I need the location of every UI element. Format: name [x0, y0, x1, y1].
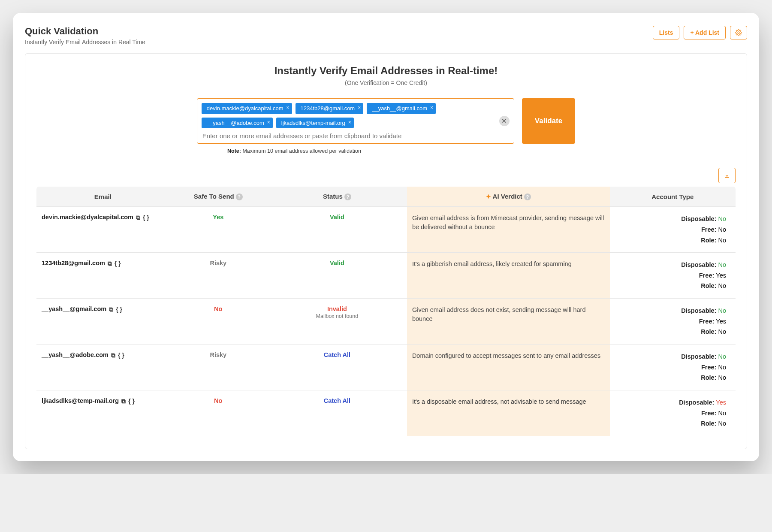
- cell-email: devin.mackie@dyalcapital.com⧉{ }: [36, 207, 169, 253]
- cell-status: Catch All: [267, 390, 407, 435]
- json-icon[interactable]: { }: [116, 306, 122, 313]
- cell-safe-to-send: Yes: [169, 207, 267, 253]
- clear-input-button[interactable]: ✕: [499, 116, 510, 126]
- download-icon: [724, 172, 730, 179]
- cell-account-type: Disposable: NoFree: NoRole: No: [610, 207, 736, 253]
- cell-safe-to-send: No: [169, 299, 267, 345]
- validate-button[interactable]: Validate: [522, 98, 575, 144]
- input-note: Note: Maximum 10 email address allowed p…: [227, 148, 545, 154]
- email-chip[interactable]: __yash__@adobe.com: [202, 118, 273, 129]
- add-list-button[interactable]: + Add List: [684, 26, 726, 39]
- lists-button[interactable]: Lists: [653, 26, 680, 39]
- svg-point-0: [738, 32, 739, 33]
- email-text: 1234tb28@gmail.com: [42, 260, 105, 266]
- json-icon[interactable]: { }: [143, 214, 149, 221]
- cell-ai-verdict: It's a disposable email address, not adv…: [407, 390, 610, 435]
- cell-status: InvalidMailbox not found: [267, 299, 407, 345]
- cell-account-type: Disposable: YesFree: NoRole: No: [610, 390, 736, 435]
- cell-email: ljkadsdlks@temp-mail.org⧉{ }: [36, 390, 169, 435]
- copy-icon[interactable]: ⧉: [136, 214, 140, 221]
- table-header-row: Email Safe To Send? Status? ✦AI Verdict?…: [36, 187, 736, 207]
- results-table: Email Safe To Send? Status? ✦AI Verdict?…: [36, 187, 736, 436]
- sparkle-icon: ✦: [486, 193, 491, 200]
- download-button[interactable]: [718, 168, 736, 183]
- note-label: Note:: [227, 148, 241, 154]
- copy-icon[interactable]: ⧉: [109, 306, 113, 313]
- validation-card: Instantly Verify Email Addresses in Real…: [25, 53, 747, 449]
- close-icon: ✕: [501, 117, 507, 125]
- cell-safe-to-send: No: [169, 390, 267, 435]
- table-row: __yash__@gmail.com⧉{ }NoInvalidMailbox n…: [36, 299, 736, 345]
- note-text: Maximum 10 email address allowed per val…: [242, 148, 361, 154]
- cell-email: __yash__@adobe.com⧉{ }: [36, 344, 169, 390]
- download-row: [36, 168, 736, 183]
- email-text: ljkadsdlks@temp-mail.org: [42, 397, 119, 404]
- page-subtitle: Instantly Verify Email Addresses in Real…: [25, 39, 145, 45]
- cell-ai-verdict: Domain configured to accept messages sen…: [407, 344, 610, 390]
- email-text: devin.mackie@dyalcapital.com: [42, 214, 133, 221]
- col-header-account-type: Account Type: [610, 187, 736, 207]
- email-chip[interactable]: 1234tb28@gmail.com: [296, 103, 364, 114]
- settings-button[interactable]: [730, 26, 747, 39]
- table-row: ljkadsdlks@temp-mail.org⧉{ }NoCatch AllI…: [36, 390, 736, 435]
- json-icon[interactable]: { }: [128, 398, 135, 405]
- cell-status: Valid: [267, 207, 407, 253]
- page-header-actions: Lists + Add List: [653, 26, 747, 39]
- chip-container: devin.mackie@dyalcapital.com1234tb28@gma…: [202, 103, 495, 128]
- table-row: 1234tb28@gmail.com⧉{ }RiskyValidIt's a g…: [36, 253, 736, 299]
- page-title: Quick Validation: [25, 26, 145, 37]
- app-window: Quick Validation Instantly Verify Email …: [13, 13, 759, 461]
- email-chip[interactable]: __yash__@gmail.com: [367, 103, 436, 114]
- email-chip-input[interactable]: devin.mackie@dyalcapital.com1234tb28@gma…: [197, 98, 514, 144]
- page-header-left: Quick Validation Instantly Verify Email …: [25, 26, 145, 45]
- col-header-status: Status?: [267, 187, 407, 207]
- gear-icon: [735, 29, 742, 36]
- table-row: devin.mackie@dyalcapital.com⧉{ }YesValid…: [36, 207, 736, 253]
- email-text: __yash__@adobe.com: [42, 351, 109, 358]
- help-icon[interactable]: ?: [236, 193, 243, 200]
- copy-icon[interactable]: ⧉: [121, 398, 126, 405]
- json-icon[interactable]: { }: [118, 352, 124, 359]
- cell-safe-to-send: Risky: [169, 344, 267, 390]
- cell-email: __yash__@gmail.com⧉{ }: [36, 299, 169, 345]
- page-header: Quick Validation Instantly Verify Email …: [25, 26, 747, 45]
- cell-email: 1234tb28@gmail.com⧉{ }: [36, 253, 169, 299]
- cell-account-type: Disposable: NoFree: NoRole: No: [610, 344, 736, 390]
- cell-ai-verdict: Given email address does not exist, send…: [407, 299, 610, 345]
- col-header-ai-verdict: ✦AI Verdict?: [407, 187, 610, 207]
- col-header-safe: Safe To Send?: [169, 187, 267, 207]
- hero-subtitle: (One Verification = One Credit): [36, 79, 736, 86]
- cell-status: Valid: [267, 253, 407, 299]
- copy-icon[interactable]: ⧉: [111, 352, 115, 359]
- cell-ai-verdict: Given email address is from Mimecast pro…: [407, 207, 610, 253]
- input-row: devin.mackie@dyalcapital.com1234tb28@gma…: [36, 98, 736, 144]
- help-icon[interactable]: ?: [344, 193, 351, 200]
- copy-icon[interactable]: ⧉: [108, 260, 112, 267]
- email-text-input[interactable]: [202, 132, 495, 140]
- json-icon[interactable]: { }: [115, 260, 121, 267]
- email-chip[interactable]: ljkadsdlks@temp-mail.org: [276, 118, 354, 129]
- email-text: __yash__@gmail.com: [42, 305, 106, 312]
- hero-title: Instantly Verify Email Addresses in Real…: [36, 65, 736, 77]
- cell-account-type: Disposable: NoFree: YesRole: No: [610, 299, 736, 345]
- col-header-email: Email: [36, 187, 169, 207]
- cell-status: Catch All: [267, 344, 407, 390]
- table-row: __yash__@adobe.com⧉{ }RiskyCatch AllDoma…: [36, 344, 736, 390]
- cell-ai-verdict: It's a gibberish email address, likely c…: [407, 253, 610, 299]
- email-chip[interactable]: devin.mackie@dyalcapital.com: [202, 103, 292, 114]
- cell-account-type: Disposable: NoFree: YesRole: No: [610, 253, 736, 299]
- help-icon[interactable]: ?: [524, 193, 531, 200]
- cell-safe-to-send: Risky: [169, 253, 267, 299]
- status-sub: Mailbox not found: [272, 313, 402, 319]
